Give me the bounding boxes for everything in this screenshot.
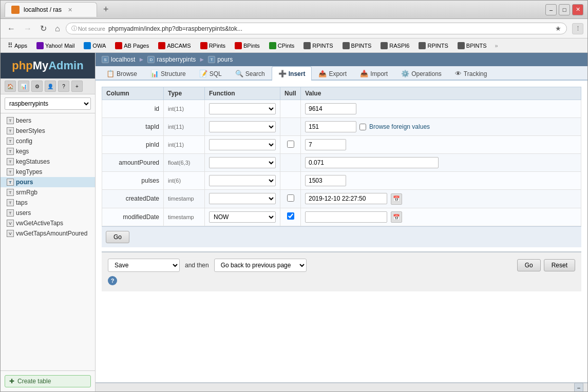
new-tab-button[interactable]: +	[100, 3, 112, 16]
bookmark-raspi6[interactable]: RASPI6	[377, 41, 412, 50]
go-button[interactable]: Go	[106, 231, 129, 243]
table-item-pours[interactable]: T pours	[1, 177, 95, 187]
sidebar-toolbar: 🏠 📊 ⚙ 👤 ? +	[1, 79, 95, 94]
back-button[interactable]: ←	[5, 23, 18, 34]
sidebar-home-icon[interactable]: 🏠	[5, 81, 16, 92]
bc-table[interactable]: T pours	[208, 56, 233, 63]
bookmark-owa[interactable]: OWA	[81, 41, 109, 50]
table-item-kegtypes[interactable]: T kegTypes	[1, 167, 95, 177]
table-item-kegstatuses[interactable]: T kegStatuses	[1, 156, 95, 167]
title-bar: localhost / ras ✕ + – □ ✕	[1, 1, 587, 19]
table-item-srmrgb[interactable]: T srmRgb	[1, 187, 95, 198]
operations-icon: ⚙️	[401, 70, 409, 77]
sidebar-user-icon[interactable]: 👤	[45, 81, 56, 92]
function-select-tapid[interactable]	[209, 121, 276, 132]
tab-sql[interactable]: 📝 SQL	[193, 66, 229, 81]
address-icons: ★	[555, 25, 561, 32]
sidebar-tables: T beers T beerStyles T config T kegs T	[1, 113, 95, 370]
bookmarks-more[interactable]: »	[495, 43, 498, 49]
field-null-id	[280, 100, 301, 118]
sidebar-db-icon[interactable]: 📊	[18, 81, 29, 92]
address-bar[interactable]: ⓘ Not secure phpmyadmin/index.php?db=ras…	[66, 23, 567, 34]
home-button[interactable]: ⌂	[52, 23, 63, 34]
value-input-created[interactable]	[305, 193, 387, 204]
tab-import[interactable]: 📥 Import	[353, 66, 394, 81]
bookmark-yahoo[interactable]: Yahoo! Mail	[33, 41, 78, 50]
bottom-go-button[interactable]: Go	[517, 259, 541, 271]
reset-button[interactable]: Reset	[544, 259, 575, 271]
value-input-tapid[interactable]	[305, 121, 356, 132]
function-select-pinid[interactable]	[209, 139, 276, 150]
close-button[interactable]: ✕	[572, 4, 583, 15]
value-input-amount[interactable]	[305, 157, 439, 168]
bc-database[interactable]: D raspberrypints	[147, 56, 196, 63]
table-item-kegs[interactable]: T kegs	[1, 146, 95, 156]
value-input-pinid[interactable]	[305, 139, 346, 150]
create-table-button[interactable]: ✚ Create table	[5, 375, 91, 387]
save-select[interactable]: Save Save and stay	[108, 259, 180, 272]
null-checkbox-modified[interactable]	[287, 212, 294, 220]
forward-button[interactable]: →	[21, 23, 34, 34]
bc-server[interactable]: S localhost	[102, 56, 135, 63]
tab-export[interactable]: 📤 Export	[312, 66, 353, 81]
sidebar-settings-icon[interactable]: ⚙	[31, 81, 43, 92]
table-item-users[interactable]: T users	[1, 208, 95, 218]
table-item-taps[interactable]: T taps	[1, 198, 95, 208]
tab-tracking[interactable]: 👁 Tracking	[448, 66, 494, 81]
help-icon[interactable]: ?	[108, 276, 117, 285]
bookmark-abpages[interactable]: AB Pages	[112, 41, 152, 50]
tab-operations[interactable]: ⚙️ Operations	[394, 66, 448, 81]
browse-foreign-checkbox[interactable]	[359, 124, 366, 130]
bottom-controls-row: Save Save and stay and then Go back to p…	[108, 259, 575, 272]
maximize-button[interactable]: □	[559, 4, 570, 15]
browser-tab[interactable]: localhost / ras ✕	[5, 2, 97, 17]
table-item-beerstyles[interactable]: T beerStyles	[1, 126, 95, 136]
tab-insert[interactable]: ➕ Insert	[272, 66, 312, 81]
tab-browse[interactable]: 📋 Browse	[100, 66, 144, 81]
table-item-config[interactable]: T config	[1, 136, 95, 146]
function-select-pulses[interactable]	[209, 175, 276, 186]
value-input-id[interactable]	[305, 103, 356, 114]
field-null-created	[280, 190, 301, 208]
function-select-created[interactable]	[209, 193, 276, 204]
null-checkbox-pinid[interactable]	[287, 141, 294, 148]
sidebar-extra-icon[interactable]: +	[71, 81, 83, 92]
function-select-amount[interactable]	[209, 157, 276, 168]
table-icon: T	[7, 158, 14, 165]
table-item-vwgettapsamount[interactable]: V vwGetTapsAmountPoured	[1, 228, 95, 239]
bookmark-apps[interactable]: ⠿ Apps	[5, 41, 30, 50]
goto-select[interactable]: Go back to previous page Go to insert pa…	[214, 259, 307, 272]
table-icon: T	[7, 138, 14, 145]
minimize-button[interactable]: –	[545, 4, 557, 15]
table-item-vwgetactivetaps[interactable]: V vwGetActiveTaps	[1, 218, 95, 228]
value-input-modified[interactable]	[305, 211, 387, 223]
bookmark-bpints[interactable]: BPints	[232, 41, 263, 50]
extensions-icon[interactable]: ⋮	[572, 23, 583, 34]
tab-favicon	[11, 6, 20, 14]
calendar-button-modified[interactable]: 📅	[391, 211, 402, 223]
star-icon[interactable]: ★	[555, 25, 561, 32]
tab-close-button[interactable]: ✕	[68, 7, 72, 13]
bookmark-rpints3[interactable]: RPINTS	[415, 41, 451, 50]
database-select[interactable]: raspberrypints	[5, 97, 91, 110]
bookmark-abcams[interactable]: ABCAMS	[155, 41, 194, 50]
tab-search[interactable]: 🔍 Search	[229, 66, 272, 81]
value-input-pulses[interactable]	[305, 175, 346, 186]
bookmarks-bar: ⠿ Apps Yahoo! Mail OWA AB Pages ABCAMS R…	[1, 38, 587, 53]
browse-foreign-link[interactable]: Browse foreign values	[369, 123, 430, 130]
function-select-id[interactable]	[209, 103, 276, 114]
table-item-beers[interactable]: T beers	[1, 115, 95, 126]
tab-structure[interactable]: 📊 Structure	[144, 66, 193, 81]
refresh-button[interactable]: ↻	[37, 23, 49, 34]
sidebar-help-icon[interactable]: ?	[58, 81, 69, 92]
bookmark-bpints3[interactable]: BPINTS	[454, 41, 490, 50]
field-name-amount: amountPoured	[102, 154, 164, 172]
bookmark-bpints2[interactable]: BPINTS	[339, 41, 375, 50]
null-checkbox-created[interactable]	[287, 194, 294, 202]
calendar-button-created[interactable]: 📅	[391, 193, 402, 205]
bookmark-rpints2[interactable]: RPINTS	[300, 41, 336, 50]
bookmark-rpints[interactable]: RPints	[197, 41, 229, 50]
function-select-modified[interactable]: NOW	[209, 211, 276, 223]
collapse-button[interactable]: –	[572, 381, 585, 391]
bookmark-cpints[interactable]: CPints	[266, 41, 297, 50]
